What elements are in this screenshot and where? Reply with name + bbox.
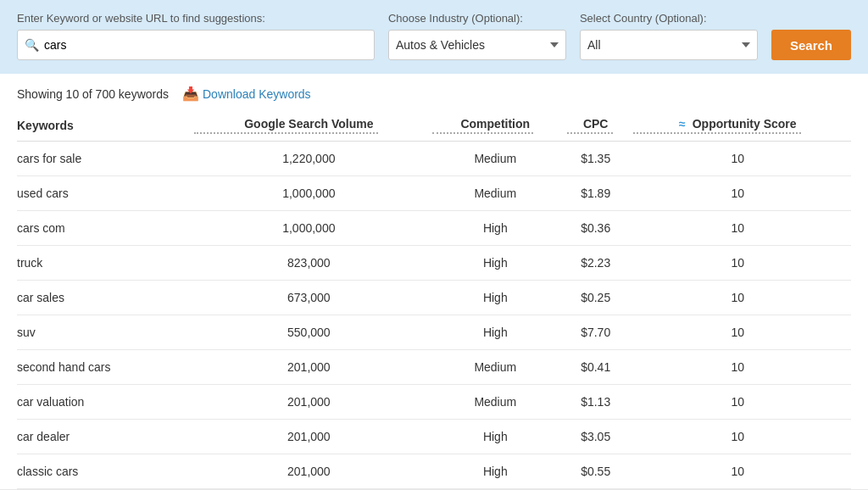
cell-keyword: cars for sale bbox=[17, 142, 194, 176]
table-row: car sales 673,000 High $0.25 10 bbox=[17, 281, 851, 315]
download-icon: 📥 bbox=[182, 86, 199, 102]
search-bar: Enter Keyword or website URL to find sug… bbox=[0, 0, 868, 74]
opportunity-icon: ≈ bbox=[679, 117, 686, 131]
cell-volume: 201,000 bbox=[194, 420, 432, 454]
cell-cpc: $0.41 bbox=[567, 350, 633, 385]
cell-opportunity: 10 bbox=[633, 281, 851, 315]
cell-competition: High bbox=[432, 420, 567, 454]
search-button[interactable]: Search bbox=[771, 30, 851, 60]
col-keyword: Keywords bbox=[17, 110, 194, 142]
cell-cpc: $1.13 bbox=[567, 385, 633, 420]
cell-opportunity: 10 bbox=[633, 315, 851, 350]
table-row: cars for sale 1,220,000 Medium $1.35 10 bbox=[17, 142, 851, 176]
industry-group: Choose Industry (Optional): Autos & Vehi… bbox=[388, 12, 566, 60]
download-label: Download Keywords bbox=[203, 87, 311, 101]
cell-keyword: second hand cars bbox=[17, 350, 194, 385]
cell-cpc: $0.55 bbox=[567, 454, 633, 489]
cell-volume: 1,220,000 bbox=[194, 142, 432, 176]
keyword-label: Enter Keyword or website URL to find sug… bbox=[17, 12, 375, 25]
cell-cpc: $1.35 bbox=[567, 142, 633, 176]
cell-volume: 1,000,000 bbox=[194, 211, 432, 246]
country-select[interactable]: All United States United Kingdom Canada bbox=[580, 30, 758, 60]
table-row: classic cars 201,000 High $0.55 10 bbox=[17, 454, 851, 489]
download-keywords-link[interactable]: 📥 Download Keywords bbox=[182, 86, 311, 102]
cell-competition: Medium bbox=[432, 385, 567, 420]
cell-competition: High bbox=[432, 281, 567, 315]
cell-volume: 550,000 bbox=[194, 315, 432, 350]
cell-competition: High bbox=[432, 211, 567, 246]
cell-keyword: car dealer bbox=[17, 420, 194, 454]
country-label: Select Country (Optional): bbox=[580, 12, 758, 25]
cell-keyword: used cars bbox=[17, 176, 194, 211]
cell-volume: 201,000 bbox=[194, 385, 432, 420]
cell-cpc: $0.25 bbox=[567, 281, 633, 315]
table-header-row: Keywords Google Search Volume Competitio… bbox=[17, 110, 851, 142]
table-row: cars com 1,000,000 High $0.36 10 bbox=[17, 211, 851, 246]
cell-cpc: $7.70 bbox=[567, 315, 633, 350]
table-row: suv 550,000 High $7.70 10 bbox=[17, 315, 851, 350]
cell-keyword: car sales bbox=[17, 281, 194, 315]
cell-keyword: suv bbox=[17, 315, 194, 350]
cell-volume: 823,000 bbox=[194, 246, 432, 281]
cell-keyword: car valuation bbox=[17, 385, 194, 420]
cell-volume: 201,000 bbox=[194, 350, 432, 385]
table-body: cars for sale 1,220,000 Medium $1.35 10 … bbox=[17, 142, 851, 489]
cell-opportunity: 10 bbox=[633, 176, 851, 211]
table-row: used cars 1,000,000 Medium $1.89 10 bbox=[17, 176, 851, 211]
industry-select[interactable]: Autos & Vehicles All Industries Business… bbox=[388, 30, 566, 60]
keyword-group: Enter Keyword or website URL to find sug… bbox=[17, 12, 375, 60]
cell-competition: High bbox=[432, 315, 567, 350]
table-row: second hand cars 201,000 Medium $0.41 10 bbox=[17, 350, 851, 385]
table-row: truck 823,000 High $2.23 10 bbox=[17, 246, 851, 281]
table-row: car valuation 201,000 Medium $1.13 10 bbox=[17, 385, 851, 420]
cell-cpc: $0.36 bbox=[567, 211, 633, 246]
cell-cpc: $1.89 bbox=[567, 176, 633, 211]
cell-competition: Medium bbox=[432, 350, 567, 385]
cell-volume: 1,000,000 bbox=[194, 176, 432, 211]
industry-label: Choose Industry (Optional): bbox=[388, 12, 566, 25]
cell-cpc: $3.05 bbox=[567, 420, 633, 454]
cell-opportunity: 10 bbox=[633, 420, 851, 454]
subheader: Showing 10 of 700 keywords 📥 Download Ke… bbox=[0, 74, 868, 110]
col-opportunity: ≈ Opportunity Score bbox=[633, 110, 851, 142]
cell-cpc: $2.23 bbox=[567, 246, 633, 281]
col-competition: Competition bbox=[432, 110, 567, 142]
cell-volume: 201,000 bbox=[194, 454, 432, 489]
search-icon: 🔍 bbox=[25, 38, 39, 52]
country-group: Select Country (Optional): All United St… bbox=[580, 12, 758, 60]
keyword-input[interactable] bbox=[44, 38, 367, 52]
keywords-table: Keywords Google Search Volume Competitio… bbox=[17, 110, 851, 489]
cell-opportunity: 10 bbox=[633, 454, 851, 489]
cell-competition: High bbox=[432, 246, 567, 281]
cell-opportunity: 10 bbox=[633, 350, 851, 385]
cell-opportunity: 10 bbox=[633, 142, 851, 176]
cell-competition: High bbox=[432, 454, 567, 489]
col-competition-dotted bbox=[432, 132, 533, 134]
cell-keyword: cars com bbox=[17, 211, 194, 246]
cell-keyword: classic cars bbox=[17, 454, 194, 489]
keyword-input-wrap: 🔍 bbox=[17, 30, 375, 60]
col-volume: Google Search Volume bbox=[194, 110, 432, 142]
cell-opportunity: 10 bbox=[633, 211, 851, 246]
col-cpc-dotted bbox=[567, 132, 613, 134]
cell-volume: 673,000 bbox=[194, 281, 432, 315]
cell-competition: Medium bbox=[432, 176, 567, 211]
cell-opportunity: 10 bbox=[633, 385, 851, 420]
keywords-table-wrap: Keywords Google Search Volume Competitio… bbox=[0, 110, 868, 489]
cell-opportunity: 10 bbox=[633, 246, 851, 281]
col-volume-dotted bbox=[194, 132, 378, 134]
col-opportunity-dotted bbox=[633, 132, 801, 134]
cell-keyword: truck bbox=[17, 246, 194, 281]
table-row: car dealer 201,000 High $3.05 10 bbox=[17, 420, 851, 454]
cell-competition: Medium bbox=[432, 142, 567, 176]
col-cpc: CPC bbox=[567, 110, 633, 142]
showing-text: Showing 10 of 700 keywords bbox=[17, 87, 169, 101]
